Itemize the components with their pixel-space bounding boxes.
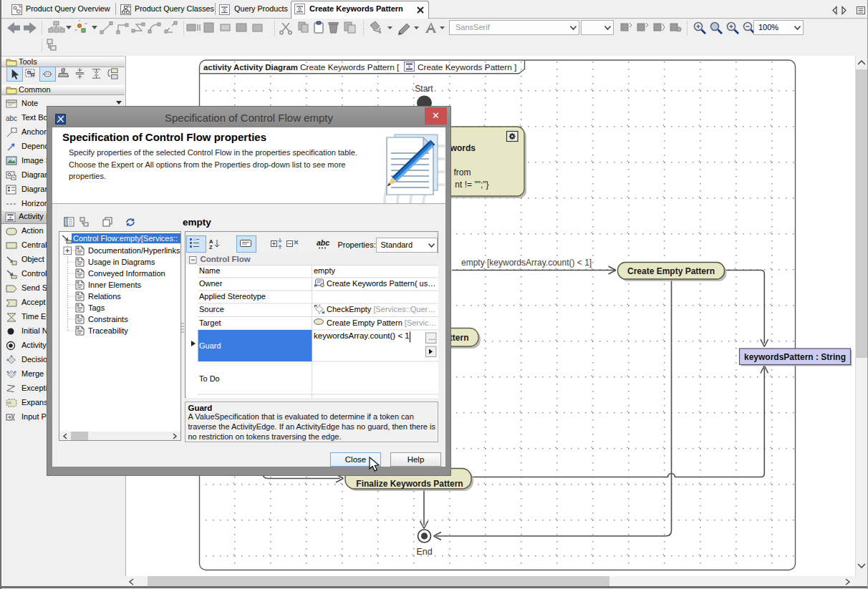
svg-text:Z: Z (209, 244, 213, 249)
svg-text:Target: Target (199, 318, 221, 326)
svg-text:nt != "";"}: nt != "";"} (455, 180, 488, 190)
svg-text:empty [keywordsArray.count() <: empty [keywordsArray.count() < 1] (461, 258, 592, 268)
svg-text:empty: empty (314, 266, 335, 274)
svg-text:Source: Source (199, 305, 224, 313)
svg-text:abc: abc (6, 115, 17, 122)
svg-text:activity Activity Diagram: activity Activity Diagram (203, 63, 298, 72)
svg-text:Create Keywords Pattern [: Create Keywords Pattern [ (300, 62, 400, 72)
svg-text:Start: Start (415, 84, 433, 94)
svg-text:Name: Name (199, 266, 220, 274)
svg-text:…: … (428, 334, 435, 341)
svg-text:Create Empty Pattern: Create Empty Pattern (627, 266, 715, 276)
svg-text:To Do: To Do (199, 374, 220, 382)
svg-text:Create Keywords Pattern ]: Create Keywords Pattern ] (418, 62, 516, 72)
svg-text:keywordsPattern : String: keywordsPattern : String (744, 352, 846, 362)
svg-text:Finalize Keywords Pattern: Finalize Keywords Pattern (356, 479, 463, 489)
svg-text:keywordsArray.count() < 1: keywordsArray.count() < 1 (314, 331, 410, 339)
svg-text:Applied Stereotype: Applied Stereotype (199, 291, 266, 300)
svg-text:CheckEmpty [Services::Quer…: CheckEmpty [Services::Quer… (327, 305, 435, 313)
svg-text:Guard: Guard (199, 341, 221, 349)
svg-text:Create Keywords Pattern( us…: Create Keywords Pattern( us… (327, 278, 435, 287)
svg-text:Create Empty Pattern [Servic…: Create Empty Pattern [Servic… (327, 318, 436, 326)
svg-text:abc: abc (317, 239, 329, 247)
svg-text:End: End (416, 547, 432, 557)
svg-text:Owner: Owner (199, 278, 223, 287)
